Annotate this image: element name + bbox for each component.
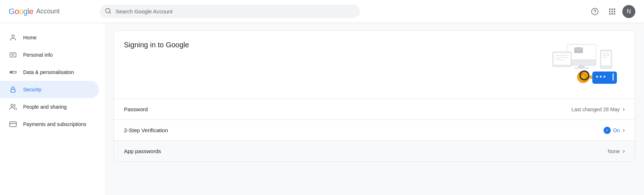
password-chevron: › xyxy=(623,105,625,113)
2step-chevron: › xyxy=(623,126,625,134)
help-icon xyxy=(591,8,599,16)
layout: Home Personal info Data & personalisatio… xyxy=(0,23,644,195)
sidebar-item-personal-info-label: Personal info xyxy=(23,52,53,58)
check-circle-icon: ✓ xyxy=(604,127,611,134)
search-bar xyxy=(100,5,360,18)
2step-label: 2-Step Verification xyxy=(124,127,604,133)
logo-o1: o xyxy=(15,7,19,16)
svg-rect-9 xyxy=(614,11,615,12)
sidebar-item-security-label: Security xyxy=(23,87,42,92)
home-icon xyxy=(9,33,17,42)
app-passwords-none: None xyxy=(608,148,620,154)
2step-on-text: On xyxy=(613,127,620,133)
sidebar-item-home-label: Home xyxy=(23,35,37,40)
search-input[interactable] xyxy=(100,5,360,18)
svg-rect-6 xyxy=(614,8,615,10)
sidebar-item-security[interactable]: Security xyxy=(0,81,99,98)
data-icon xyxy=(9,68,17,77)
sidebar-item-payments-label: Payments and subscriptions xyxy=(23,121,86,127)
password-label: Password xyxy=(124,106,571,112)
avatar[interactable]: N xyxy=(622,5,635,18)
sidebar-item-people[interactable]: People and sharing xyxy=(0,98,99,116)
svg-point-16 xyxy=(11,72,12,73)
payments-icon xyxy=(9,120,17,129)
svg-rect-11 xyxy=(611,13,613,14)
sidebar: Home Personal info Data & personalisatio… xyxy=(0,23,105,195)
svg-point-2 xyxy=(592,8,598,14)
svg-rect-19 xyxy=(10,122,16,126)
card-illustration: *** xyxy=(545,41,625,91)
card-title: Signing in to Google xyxy=(124,41,189,49)
svg-text:***: *** xyxy=(596,75,607,81)
logo-o2: o xyxy=(19,7,23,16)
svg-rect-5 xyxy=(611,8,613,10)
app-passwords-chevron: › xyxy=(623,147,625,155)
app-passwords-row[interactable]: App passwords None › xyxy=(114,140,635,161)
svg-line-1 xyxy=(109,12,110,13)
svg-rect-10 xyxy=(609,13,611,14)
apps-button[interactable] xyxy=(605,4,619,19)
2step-row[interactable]: 2-Step Verification ✓ On › xyxy=(114,120,635,140)
search-icon xyxy=(105,8,111,16)
personal-info-icon xyxy=(9,51,17,59)
people-icon xyxy=(9,103,17,111)
apps-icon xyxy=(608,8,616,16)
sidebar-item-data[interactable]: Data & personalisation xyxy=(0,64,99,81)
password-row[interactable]: Password Last changed 28 May › xyxy=(114,99,635,120)
header: Google Account xyxy=(0,0,644,23)
svg-rect-17 xyxy=(11,89,15,92)
svg-rect-23 xyxy=(578,65,585,68)
2step-value: ✓ On › xyxy=(604,126,625,134)
svg-rect-14 xyxy=(10,53,16,57)
sidebar-item-data-label: Data & personalisation xyxy=(23,69,74,75)
security-icon xyxy=(9,85,17,94)
signing-in-card: Signing in to Google xyxy=(113,30,635,162)
svg-rect-8 xyxy=(611,11,613,12)
app-passwords-label: App passwords xyxy=(124,148,608,154)
card-rows: Password Last changed 28 May › 2-Step Ve… xyxy=(114,99,635,161)
main-content: Signing in to Google xyxy=(105,23,644,195)
svg-rect-24 xyxy=(574,68,589,69)
svg-rect-32 xyxy=(554,53,570,65)
sidebar-item-personal-info[interactable]: Personal info xyxy=(0,46,99,64)
2step-status: ✓ On xyxy=(604,127,620,134)
logo-g: G xyxy=(9,7,15,16)
logo-subtitle: Account xyxy=(36,8,60,15)
logo-area: Google Account xyxy=(9,7,88,16)
svg-rect-12 xyxy=(614,13,615,14)
app-passwords-value: None › xyxy=(608,147,625,155)
help-button[interactable] xyxy=(588,4,602,19)
svg-rect-45 xyxy=(613,73,614,81)
google-logo: Google xyxy=(9,7,33,16)
sidebar-item-home[interactable]: Home xyxy=(0,29,99,46)
logo-e: e xyxy=(29,7,33,16)
sidebar-item-people-label: People and sharing xyxy=(23,104,67,110)
svg-rect-4 xyxy=(609,8,611,10)
sidebar-item-payments[interactable]: Payments and subscriptions xyxy=(0,116,99,133)
card-header: Signing in to Google xyxy=(114,31,635,99)
logo-g2: g xyxy=(23,7,27,16)
password-last-changed: Last changed 28 May xyxy=(571,107,620,112)
password-value: Last changed 28 May › xyxy=(571,105,625,113)
svg-point-18 xyxy=(11,104,13,107)
header-actions: N xyxy=(588,4,635,19)
svg-point-13 xyxy=(12,35,14,38)
svg-rect-7 xyxy=(609,11,611,12)
